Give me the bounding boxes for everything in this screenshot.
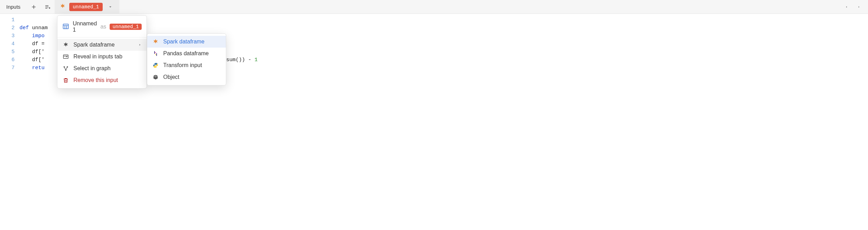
input-tab-unnamed-1[interactable]: unnamed_1 <box>55 0 119 14</box>
list-plus-icon <box>45 4 51 10</box>
trash-icon <box>62 77 69 83</box>
object-icon <box>152 74 159 80</box>
spark-icon <box>60 3 66 10</box>
graph-icon <box>62 65 69 72</box>
spark-icon <box>62 42 69 48</box>
python-icon <box>152 62 159 68</box>
line-number: 4 <box>0 40 15 48</box>
caret-down-icon <box>108 5 112 9</box>
tab-dropdown-button[interactable] <box>106 5 115 9</box>
submenu-caret-icon <box>138 42 142 48</box>
svg-rect-7 <box>156 53 157 56</box>
reveal-icon <box>62 54 69 60</box>
submenu-item-spark[interactable]: Spark dataframe <box>147 36 226 48</box>
pandas-icon <box>152 50 159 57</box>
svg-rect-0 <box>63 24 69 28</box>
plus-icon <box>31 4 37 10</box>
toolbar-right <box>840 0 868 14</box>
submenu-item-object[interactable]: Object <box>147 71 226 83</box>
line-number-gutter: 1 2 3 4 5 6 7 <box>0 16 19 80</box>
inputs-label: Inputs <box>0 0 27 14</box>
submenu-item-transform[interactable]: Transform input <box>147 59 226 71</box>
menu-item-label: Select in graph <box>73 65 111 72</box>
nav-next-button[interactable] <box>853 1 865 13</box>
menu-item-label: Object <box>163 74 179 80</box>
line-number: 1 <box>0 16 15 24</box>
nav-prev-button[interactable] <box>840 1 853 13</box>
svg-rect-8 <box>155 54 156 55</box>
svg-rect-1 <box>63 55 68 59</box>
menu-item-label: Transform input <box>163 62 202 68</box>
menu-item-label: Pandas dataframe <box>163 50 209 57</box>
tab-alias-chip: unnamed_1 <box>69 3 103 11</box>
spark-icon <box>152 39 159 45</box>
line-number: 5 <box>0 48 15 56</box>
menu-item-spark-dataframe[interactable]: Spark dataframe <box>57 39 147 51</box>
line-number: 3 <box>0 32 15 40</box>
dataframe-type-submenu: Spark dataframe Pandas dataframe Transfo… <box>147 33 226 85</box>
toolbar-left: Inputs unnamed_1 <box>0 0 119 14</box>
menu-item-label: Remove this input <box>73 77 118 83</box>
tab-context-menu: Unnamed 1 as unnamed_1 Spark dataframe R… <box>57 15 147 89</box>
chevron-left-icon <box>845 5 848 9</box>
svg-rect-6 <box>155 52 156 53</box>
add-input-button[interactable] <box>27 0 41 14</box>
line-number: 2 <box>0 24 15 32</box>
add-list-input-button[interactable] <box>41 0 55 14</box>
menu-item-reveal-inputs[interactable]: Reveal in inputs tab <box>57 51 147 63</box>
table-icon <box>62 23 69 31</box>
menu-item-label: Spark dataframe <box>163 39 204 45</box>
menu-item-select-graph[interactable]: Select in graph <box>57 63 147 74</box>
menu-item-label: Spark dataframe <box>73 42 115 48</box>
submenu-item-pandas[interactable]: Pandas dataframe <box>147 48 226 59</box>
menu-header-title: Unnamed 1 <box>73 20 97 33</box>
menu-header-alias-chip: unnamed_1 <box>110 24 142 30</box>
menu-header-as: as <box>100 24 106 30</box>
chevron-right-icon <box>857 5 861 9</box>
menu-header: Unnamed 1 as unnamed_1 <box>57 18 147 36</box>
svg-rect-5 <box>154 51 155 54</box>
menu-divider <box>57 37 147 38</box>
menu-item-remove-input[interactable]: Remove this input <box>57 74 147 86</box>
top-toolbar: Inputs unnamed_1 <box>0 0 868 14</box>
line-number: 6 <box>0 56 15 64</box>
menu-item-label: Reveal in inputs tab <box>73 54 123 60</box>
line-number: 7 <box>0 64 15 72</box>
